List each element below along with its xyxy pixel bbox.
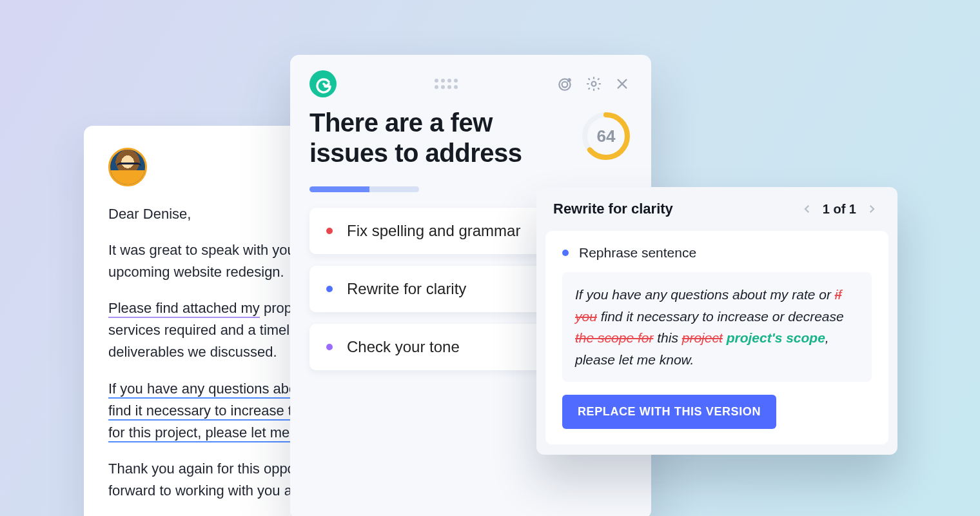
- rewrite-header: Rewrite for clarity 1 of 1: [536, 187, 897, 227]
- bullet-icon: [326, 344, 333, 350]
- deleted-text: the scope for: [575, 330, 653, 345]
- svg-point-2: [592, 82, 596, 86]
- rewrite-subheading: Rephrase sentence: [579, 245, 696, 261]
- close-icon[interactable]: [612, 74, 632, 94]
- goals-icon[interactable]: [556, 74, 575, 94]
- assistant-header: [309, 70, 632, 97]
- rewrite-subheading-row: Rephrase sentence: [562, 245, 872, 261]
- replace-button[interactable]: REPLACE WITH THIS VERSION: [562, 395, 776, 429]
- bullet-icon: [562, 250, 569, 256]
- suggestion-label: Fix spelling and grammar: [347, 222, 520, 240]
- grammarly-logo-icon: [309, 70, 337, 97]
- progress-bar: [309, 186, 419, 192]
- inserted-text: project's scope: [727, 330, 825, 345]
- bullet-icon: [326, 286, 333, 292]
- assistant-title: There are a few issues to address: [309, 108, 567, 168]
- page-indicator: 1 of 1: [823, 202, 856, 217]
- rewrite-heading: Rewrite for clarity: [553, 201, 673, 217]
- underlined-text-purple[interactable]: Please find attached my: [108, 300, 260, 318]
- next-button[interactable]: [863, 200, 881, 218]
- rewrite-body: Rephrase sentence If you have any questi…: [545, 231, 888, 444]
- rewrite-card: Rewrite for clarity 1 of 1 Rephrase sent…: [536, 187, 897, 455]
- deleted-text: project: [682, 330, 723, 345]
- gear-icon[interactable]: [584, 74, 603, 94]
- suggestion-label: Check your tone: [347, 338, 460, 356]
- bullet-icon: [326, 228, 333, 234]
- score-value: 64: [580, 110, 632, 162]
- svg-point-1: [562, 82, 568, 88]
- drag-handle-icon[interactable]: [435, 79, 458, 89]
- suggestion-label: Rewrite for clarity: [347, 280, 466, 298]
- prev-button[interactable]: [798, 200, 816, 218]
- score-ring[interactable]: 64: [580, 110, 632, 162]
- avatar: [108, 148, 147, 186]
- diff-preview: If you have any questions about my rate …: [562, 272, 872, 382]
